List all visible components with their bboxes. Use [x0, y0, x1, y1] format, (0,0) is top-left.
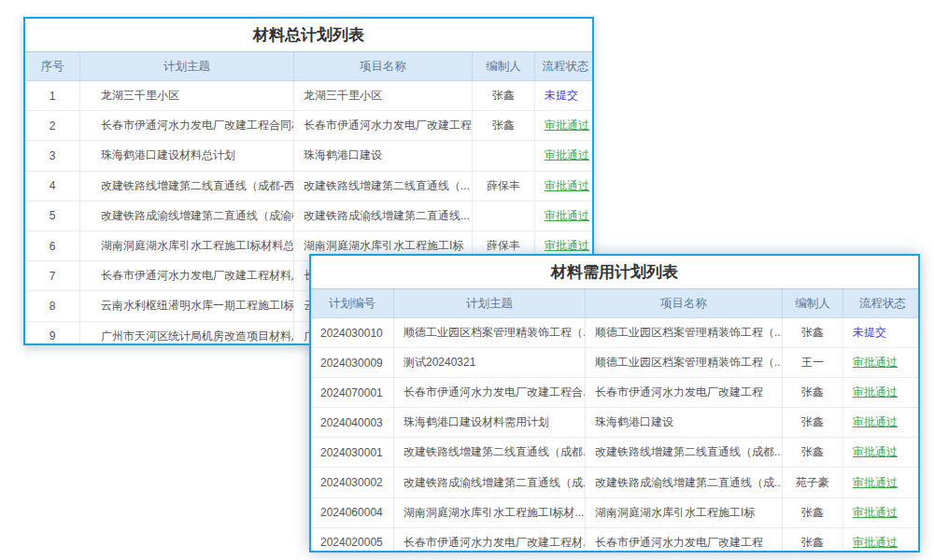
cell-subject[interactable]: 改建铁路线增建第二线直通线（成都...	[394, 438, 586, 468]
cell-index: 4	[25, 171, 80, 201]
cell-project[interactable]: 长春市伊通河水力发电厂改建工程	[294, 111, 473, 141]
cell-project[interactable]: 长春市伊通河水力发电厂改建工程	[586, 378, 783, 408]
column-header-status: 流程状态	[535, 52, 595, 81]
cell-index: 2	[25, 111, 80, 141]
cell-status[interactable]: 未提交	[535, 81, 595, 111]
cell-code[interactable]: 2024030010	[311, 318, 394, 348]
cell-index: 5	[25, 201, 80, 231]
cell-creator[interactable]: 薛保丰	[473, 171, 535, 201]
cell-project[interactable]: 珠海鹤港口建设	[586, 408, 783, 438]
cell-status[interactable]: 审批通过	[843, 527, 921, 553]
cell-status[interactable]: 审批通过	[843, 438, 921, 468]
cell-subject[interactable]: 测试20240321	[394, 348, 586, 378]
table-row: 2024040003珠海鹤港口建设材料需用计划珠海鹤港口建设张鑫审批通过	[311, 408, 920, 438]
cell-subject[interactable]: 长春市伊通河水力发电厂改建工程合...	[394, 378, 586, 408]
demand-plan-title: 材料需用计划列表	[311, 256, 918, 289]
cell-subject[interactable]: 改建铁路成渝线增建第二直通线（成...	[394, 468, 586, 497]
table-row: 2024060004湖南洞庭湖水库引水工程施工I标材...湖南洞庭湖水库引水工程…	[311, 497, 920, 527]
cell-creator[interactable]: 张鑫	[473, 81, 535, 111]
cell-subject[interactable]: 改建铁路成渝线增建第二直通线（成渝枢纽...	[80, 201, 294, 231]
column-header-creator: 编制人	[783, 289, 843, 318]
cell-subject[interactable]: 顺德工业园区档案管理精装饰工程（...	[394, 318, 586, 348]
cell-code[interactable]: 2024030009	[311, 348, 394, 378]
table-row: 2024030010顺德工业园区档案管理精装饰工程（...顺德工业园区档案管理精…	[311, 318, 920, 348]
cell-code[interactable]: 2024030002	[311, 468, 394, 497]
table-row: 2024030002改建铁路成渝线增建第二直通线（成...改建铁路成渝线增建第二…	[311, 468, 920, 497]
cell-creator[interactable]: 苑子豪	[783, 468, 843, 497]
table-row: 4改建铁路线增建第二线直通线（成都-西安）...改建铁路线增建第二线直通线（..…	[25, 171, 594, 201]
column-header-code: 计划编号	[311, 289, 394, 318]
table-row: 2024030001改建铁路线增建第二线直通线（成都...改建铁路线增建第二线直…	[311, 438, 920, 468]
cell-status[interactable]: 未提交	[843, 318, 921, 348]
cell-project[interactable]: 改建铁路线增建第二线直通线（...	[294, 171, 473, 201]
cell-code[interactable]: 2024060004	[311, 497, 394, 527]
demand-plan-panel: 材料需用计划列表 计划编号计划主题项目名称编制人流程状态2024030010顺德…	[309, 254, 920, 553]
column-header-subject: 计划主题	[80, 52, 294, 81]
cell-creator[interactable]: 王一	[783, 348, 843, 378]
cell-project[interactable]: 改建铁路成渝线增建第二直通线（成...	[586, 468, 783, 497]
cell-project[interactable]: 湖南洞庭湖水库引水工程施工I标	[586, 497, 783, 527]
column-header-index: 序号	[25, 52, 80, 81]
cell-index: 6	[25, 231, 80, 260]
cell-creator[interactable]: 张鑫	[783, 497, 843, 527]
table-row: 2长春市伊通河水力发电厂改建工程合同材料...长春市伊通河水力发电厂改建工程张鑫…	[25, 111, 594, 141]
cell-status[interactable]: 审批通过	[843, 497, 921, 527]
cell-subject[interactable]: 珠海鹤港口建设材料总计划	[80, 141, 294, 171]
cell-index: 7	[25, 261, 80, 291]
cell-status[interactable]: 审批通过	[843, 378, 921, 408]
cell-creator[interactable]: 张鑫	[783, 318, 843, 348]
table-row: 5改建铁路成渝线增建第二直通线（成渝枢纽...改建铁路成渝线增建第二直通线...…	[25, 201, 594, 231]
cell-creator[interactable]: 张鑫	[783, 438, 843, 468]
cell-status[interactable]: 审批通过	[843, 468, 921, 497]
column-header-status: 流程状态	[843, 289, 921, 318]
column-header-subject: 计划主题	[394, 289, 586, 318]
cell-status[interactable]: 审批通过	[535, 201, 595, 231]
table-row: 2024020005长春市伊通河水力发电厂改建工程材...长春市伊通河水力发电厂…	[311, 527, 920, 553]
cell-code[interactable]: 2024030001	[311, 438, 394, 468]
cell-status[interactable]: 审批通过	[843, 408, 921, 438]
column-header-creator: 编制人	[473, 52, 535, 81]
cell-project[interactable]: 长春市伊通河水力发电厂改建工程	[586, 527, 783, 553]
cell-subject[interactable]: 龙湖三千里小区	[80, 81, 294, 111]
cell-subject[interactable]: 长春市伊通河水力发电厂改建工程合同材料...	[80, 111, 294, 141]
cell-creator[interactable]: 张鑫	[473, 111, 535, 141]
total-plan-title: 材料总计划列表	[25, 19, 592, 52]
cell-status[interactable]: 审批通过	[843, 348, 921, 378]
cell-subject[interactable]: 广州市天河区统计局机房改造项目材料总计划	[80, 321, 294, 345]
cell-project[interactable]: 改建铁路线增建第二线直通线（成都...	[586, 438, 783, 468]
table-row: 2024070001长春市伊通河水力发电厂改建工程合...长春市伊通河水力发电厂…	[311, 378, 920, 408]
cell-project[interactable]: 顺德工业园区档案管理精装饰工程（...	[586, 348, 783, 378]
cell-subject[interactable]: 长春市伊通河水力发电厂改建工程材...	[394, 527, 586, 553]
cell-status[interactable]: 审批通过	[535, 141, 595, 171]
cell-subject[interactable]: 改建铁路线增建第二线直通线（成都-西安）...	[80, 171, 294, 201]
cell-project[interactable]: 龙湖三千里小区	[294, 81, 473, 111]
cell-creator	[473, 141, 535, 171]
cell-project[interactable]: 改建铁路成渝线增建第二直通线...	[294, 201, 473, 231]
cell-code[interactable]: 2024070001	[311, 378, 394, 408]
cell-index: 1	[25, 81, 80, 111]
cell-status[interactable]: 审批通过	[535, 171, 595, 201]
cell-code[interactable]: 2024020005	[311, 527, 394, 553]
table-row: 1龙湖三千里小区龙湖三千里小区张鑫未提交	[25, 81, 594, 111]
cell-status[interactable]: 审批通过	[535, 111, 595, 141]
demand-plan-table: 计划编号计划主题项目名称编制人流程状态2024030010顺德工业园区档案管理精…	[311, 289, 920, 553]
cell-creator[interactable]: 张鑫	[783, 378, 843, 408]
cell-subject[interactable]: 湖南洞庭湖水库引水工程施工I标材...	[394, 497, 586, 527]
cell-index: 8	[25, 291, 80, 321]
table-row: 2024030009测试20240321顺德工业园区档案管理精装饰工程（...王…	[311, 348, 920, 378]
column-header-project: 项目名称	[294, 52, 473, 81]
page: 材料总计划列表 序号计划主题项目名称编制人流程状态1龙湖三千里小区龙湖三千里小区…	[0, 0, 934, 560]
cell-subject[interactable]: 湖南洞庭湖水库引水工程施工I标材料总计划	[80, 231, 294, 260]
cell-subject[interactable]: 长春市伊通河水力发电厂改建工程材料总计划	[80, 261, 294, 291]
cell-subject[interactable]: 云南水利枢纽潜明水库一期工程施工I标材料...	[80, 291, 294, 321]
cell-subject[interactable]: 珠海鹤港口建设材料需用计划	[394, 408, 586, 438]
cell-index: 9	[25, 321, 80, 345]
column-header-project: 项目名称	[586, 289, 783, 318]
cell-code[interactable]: 2024040003	[311, 408, 394, 438]
cell-project[interactable]: 顺德工业园区档案管理精装饰工程（...	[586, 318, 783, 348]
cell-creator	[473, 201, 535, 231]
cell-creator[interactable]: 张鑫	[783, 408, 843, 438]
cell-project[interactable]: 珠海鹤港口建设	[294, 141, 473, 171]
table-row: 3珠海鹤港口建设材料总计划珠海鹤港口建设审批通过	[25, 141, 594, 171]
cell-creator[interactable]: 张鑫	[783, 527, 843, 553]
